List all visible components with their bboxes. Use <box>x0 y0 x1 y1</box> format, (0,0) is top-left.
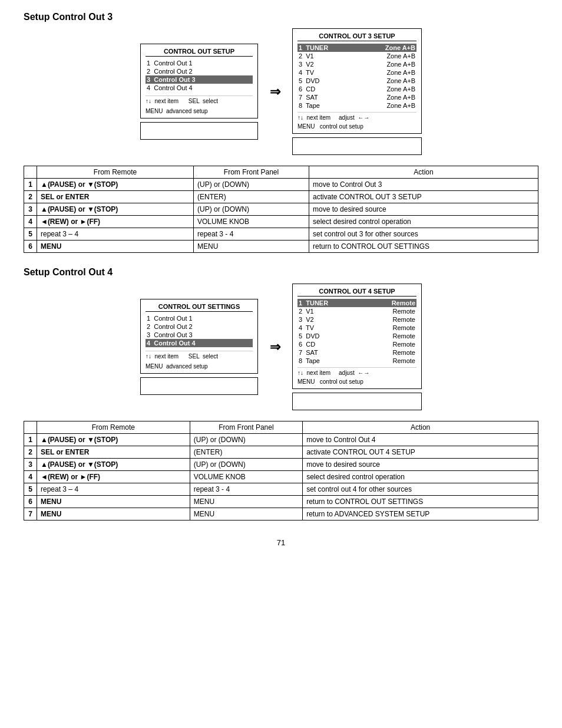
right3-item6: 6 CDZone A+B <box>297 85 416 93</box>
col-panel-3: From Front Panel <box>193 166 309 179</box>
section3-left-box: CONTROL OUT SETUP 1 Control Out 1 2 Cont… <box>140 44 258 118</box>
right4-item4: 4 TVRemote <box>297 324 416 332</box>
table-row: 1 ▲(PAUSE) or ▼(STOP) (UP) or (DOWN) mov… <box>24 179 538 191</box>
action-3-2: activate CONTROL OUT 3 SETUP <box>309 191 538 203</box>
panel-4-4: VOLUME KNOB <box>190 471 302 483</box>
right3-item7: 7 SATZone A+B <box>297 93 416 101</box>
table-row: 2 SEL or ENTER (ENTER) activate CONTROL … <box>24 446 538 459</box>
left3-item1: 1 Control Out 1 <box>146 59 253 67</box>
section3-table: From Remote From Front Panel Action 1 ▲(… <box>24 166 538 253</box>
action-4-6: return to CONTROL OUT SETTINGS <box>303 496 538 508</box>
panel-3-3: (UP) or (DOWN) <box>193 203 309 216</box>
action-4-5: set control out 4 for other sources <box>303 483 538 496</box>
section4-right-box: CONTROL OUT 4 SETUP 1 TUNERRemote 2 V1Re… <box>292 284 422 389</box>
table-row: 5 repeat 3 – 4 repeat 3 - 4 set control … <box>24 228 538 241</box>
section4-arrow: ⇒ <box>270 340 280 355</box>
section3-right-col: CONTROL OUT 3 SETUP 1 TUNERZone A+B 2 V1… <box>292 28 422 155</box>
right3-item1: 1 TUNERZone A+B <box>297 44 416 52</box>
action-4-4: select desired control operation <box>303 471 538 483</box>
panel-3-1: (UP) or (DOWN) <box>193 179 309 191</box>
action-3-6: return to CONTROL OUT SETTINGS <box>309 241 538 253</box>
panel-4-1: (UP) or (DOWN) <box>190 434 302 446</box>
panel-4-3: (UP) or (DOWN) <box>190 459 302 471</box>
page-number: 71 <box>24 538 538 547</box>
panel-3-4: VOLUME KNOB <box>193 216 309 228</box>
remote-3-6: MENU <box>37 241 194 253</box>
remote-4-2: SEL or ENTER <box>37 446 190 459</box>
remote-4-3: ▲(PAUSE) or ▼(STOP) <box>37 459 190 471</box>
right4-footer2: MENU control out setup <box>297 378 416 385</box>
panel-4-2: (ENTER) <box>190 446 302 459</box>
left4-footer2: MENU advanced setup <box>146 363 253 370</box>
panel-4-5: repeat 3 - 4 <box>190 483 302 496</box>
section3-title: Setup Control Out 3 <box>24 12 538 22</box>
remote-4-5: repeat 3 – 4 <box>37 483 190 496</box>
action-3-4: select desired control operation <box>309 216 538 228</box>
section3-diagram: CONTROL OUT SETUP 1 Control Out 1 2 Cont… <box>24 28 538 155</box>
right3-item5: 5 DVDZone A+B <box>297 77 416 85</box>
right4-footer1: ↑↓ next item adjust ←→ <box>297 367 416 376</box>
right4-item7: 7 SATRemote <box>297 348 416 357</box>
remote-3-5: repeat 3 – 4 <box>37 228 194 241</box>
remote-3-4: ◄(REW) or ►(FF) <box>37 216 194 228</box>
panel-3-5: repeat 3 - 4 <box>193 228 309 241</box>
table-row: 7 MENU MENU return to ADVANCED SYSTEM SE… <box>24 508 538 521</box>
section3-left-col: CONTROL OUT SETUP 1 Control Out 1 2 Cont… <box>140 44 258 140</box>
col-action-4: Action <box>303 421 538 434</box>
remote-3-3: ▲(PAUSE) or ▼(STOP) <box>37 203 194 216</box>
right4-item1: 1 TUNERRemote <box>297 299 416 307</box>
section3-arrow: ⇒ <box>270 84 280 100</box>
section4-left-display <box>140 377 258 395</box>
remote-3-1: ▲(PAUSE) or ▼(STOP) <box>37 179 194 191</box>
section4-table: From Remote From Front Panel Action 1 ▲(… <box>24 421 538 521</box>
panel-3-2: (ENTER) <box>193 191 309 203</box>
action-4-7: return to ADVANCED SYSTEM SETUP <box>303 508 538 521</box>
left4-item4: 4 Control Out 4 <box>146 339 253 347</box>
right4-item3: 3 V2Remote <box>297 315 416 324</box>
table-row: 3 ▲(PAUSE) or ▼(STOP) (UP) or (DOWN) mov… <box>24 203 538 216</box>
left4-item2: 2 Control Out 2 <box>146 322 253 331</box>
action-4-1: move to Control Out 4 <box>303 434 538 446</box>
panel-4-7: MENU <box>190 508 302 521</box>
right4-item8: 8 TapeRemote <box>297 357 416 365</box>
panel-4-6: MENU <box>190 496 302 508</box>
table-row: 4 ◄(REW) or ►(FF) VOLUME KNOB select des… <box>24 216 538 228</box>
action-4-2: activate CONTROL OUT 4 SETUP <box>303 446 538 459</box>
section4-left-box: CONTROL OUT SETTINGS 1 Control Out 1 2 C… <box>140 299 258 374</box>
col-action-3: Action <box>309 166 538 179</box>
left3-footer2: MENU advanced setup <box>146 108 253 114</box>
section4-right-col: CONTROL OUT 4 SETUP 1 TUNERRemote 2 V1Re… <box>292 284 422 410</box>
right4-item2: 2 V1Remote <box>297 307 416 315</box>
section-control-out-4: Setup Control Out 4 CONTROL OUT SETTINGS… <box>24 267 538 521</box>
remote-4-1: ▲(PAUSE) or ▼(STOP) <box>37 434 190 446</box>
action-3-1: move to Control Out 3 <box>309 179 538 191</box>
section4-right-display <box>292 393 422 410</box>
remote-4-6: MENU <box>37 496 190 508</box>
table-row: 4 ◄(REW) or ►(FF) VOLUME KNOB select des… <box>24 471 538 483</box>
left3-item2: 2 Control Out 2 <box>146 67 253 75</box>
left4-footer1: ↑↓ next item SEL select <box>146 351 253 360</box>
section4-right-title: CONTROL OUT 4 SETUP <box>297 288 416 297</box>
col-num-3 <box>24 166 37 179</box>
section4-diagram: CONTROL OUT SETTINGS 1 Control Out 1 2 C… <box>24 284 538 410</box>
section3-right-title: CONTROL OUT 3 SETUP <box>297 32 416 41</box>
section3-left-title: CONTROL OUT SETUP <box>146 48 253 57</box>
action-4-3: move to desired source <box>303 459 538 471</box>
table-row: 5 repeat 3 – 4 repeat 3 - 4 set control … <box>24 483 538 496</box>
remote-4-4: ◄(REW) or ►(FF) <box>37 471 190 483</box>
right3-item4: 4 TVZone A+B <box>297 68 416 77</box>
remote-3-2: SEL or ENTER <box>37 191 194 203</box>
table-row: 3 ▲(PAUSE) or ▼(STOP) (UP) or (DOWN) mov… <box>24 459 538 471</box>
table-row: 6 MENU MENU return to CONTROL OUT SETTIN… <box>24 241 538 253</box>
right3-item3: 3 V2Zone A+B <box>297 60 416 68</box>
col-remote-4: From Remote <box>37 421 190 434</box>
section3-left-display <box>140 122 258 140</box>
left4-item3: 3 Control Out 3 <box>146 331 253 339</box>
table-row: 1 ▲(PAUSE) or ▼(STOP) (UP) or (DOWN) mov… <box>24 434 538 446</box>
col-panel-4: From Front Panel <box>190 421 302 434</box>
table-row: 2 SEL or ENTER (ENTER) activate CONTROL … <box>24 191 538 203</box>
section3-right-box: CONTROL OUT 3 SETUP 1 TUNERZone A+B 2 V1… <box>292 28 422 134</box>
section4-title: Setup Control Out 4 <box>24 267 538 278</box>
action-3-5: set control out 3 for other sources <box>309 228 538 241</box>
left3-footer1: ↑↓ next item SEL select <box>146 95 253 104</box>
